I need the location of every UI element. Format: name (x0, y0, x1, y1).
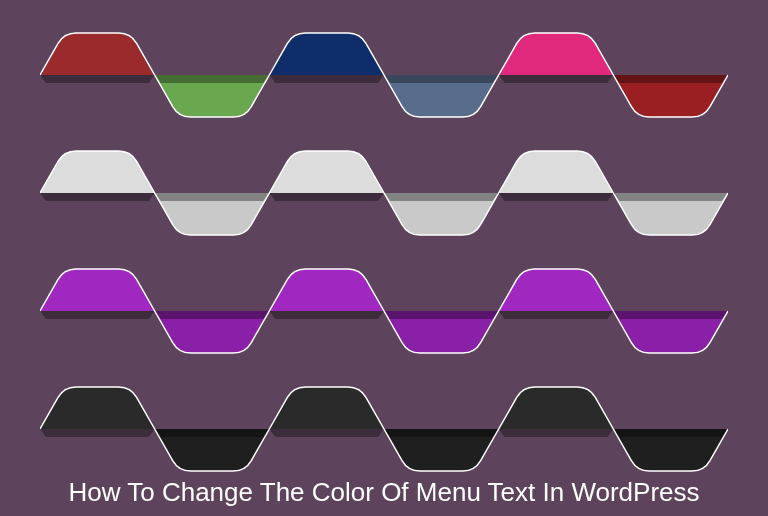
color-wave-row-4 (40, 374, 728, 484)
wave-rows (0, 0, 768, 484)
color-wave-row-3 (40, 256, 728, 366)
wave-lobe-shadow (269, 193, 384, 201)
wave-lobe-shadow (40, 75, 155, 83)
wave-lobe-shadow (155, 429, 270, 437)
wave-lobe (40, 269, 155, 311)
wave-lobe-shadow (384, 311, 499, 319)
wave-lobe-shadow (499, 193, 614, 201)
wave-lobe (499, 387, 614, 429)
wave-lobe-shadow (269, 75, 384, 83)
wave-lobe-shadow (40, 193, 155, 201)
wave-lobe-shadow (40, 429, 155, 437)
wave-lobe-shadow (613, 311, 728, 319)
page-title: How To Change The Color Of Menu Text In … (0, 477, 768, 508)
wave-lobe (40, 151, 155, 193)
wave-lobe (499, 33, 614, 75)
wave-lobe (499, 151, 614, 193)
wave-lobe (499, 269, 614, 311)
wave-lobe (269, 269, 384, 311)
color-wave-row-1 (40, 20, 728, 130)
wave-lobe (269, 387, 384, 429)
wave-lobe-shadow (499, 75, 614, 83)
wave-lobe-shadow (269, 429, 384, 437)
wave-lobe-shadow (40, 311, 155, 319)
wave-lobe (40, 387, 155, 429)
wave-lobe-shadow (269, 311, 384, 319)
wave-lobe-shadow (613, 429, 728, 437)
wave-lobe-shadow (155, 311, 270, 319)
color-wave-row-2 (40, 138, 728, 248)
wave-lobe-shadow (613, 75, 728, 83)
wave-lobe-shadow (384, 429, 499, 437)
wave-lobe (40, 33, 155, 75)
wave-lobe-shadow (384, 193, 499, 201)
wave-lobe-shadow (613, 193, 728, 201)
wave-lobe-shadow (155, 75, 270, 83)
wave-lobe-shadow (499, 311, 614, 319)
wave-lobe-shadow (384, 75, 499, 83)
wave-lobe-shadow (499, 429, 614, 437)
wave-lobe-shadow (155, 193, 270, 201)
wave-lobe (269, 151, 384, 193)
wave-lobe (269, 33, 384, 75)
